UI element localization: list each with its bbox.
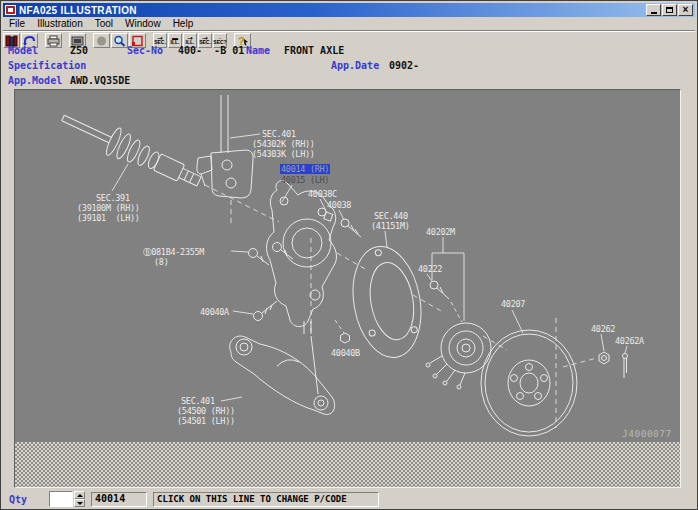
title-bar: NFA025 ILLUSTRATION × [3,3,695,17]
spec-label: Specification [8,60,86,71]
secno-value: 400- -B 01 [178,45,244,56]
splash-shield-drawing[interactable] [345,241,429,363]
nut-40040b-drawing[interactable] [335,320,350,343]
leader-lines [112,134,627,401]
part-label-54302k[interactable]: (54302K (RH)) [252,139,315,149]
menu-bar: File Illustration Tool Window Help [3,17,695,31]
bolt-40222-drawing[interactable] [430,281,462,322]
part-label-sec391[interactable]: SEC.391 [96,193,130,203]
part-label-40202m[interactable]: 40202M [426,227,455,237]
part-label-40040a[interactable]: 40040A [200,307,229,317]
part-label-081b4-2355m[interactable]: Ⓑ081B4-2355M [143,247,204,257]
part-label-40014-selected[interactable]: 40014 (RH) [280,164,330,174]
appdate-label: App.Date [331,60,379,71]
qty-step-up-button[interactable] [74,491,85,499]
illustration-code-watermark: J4000077 [622,428,672,439]
qty-stepper [74,491,85,507]
footer-bar: Qty 40014 CLICK ON THIS LINE TO CHANGE P… [3,489,695,509]
app-icon [5,5,16,15]
model-value: Z50 [70,45,88,56]
close-button[interactable]: × [678,4,693,16]
window-title: NFA025 ILLUSTRATION [19,5,645,16]
part-code-field[interactable]: 40014 [91,492,147,507]
steering-knuckle-drawing[interactable] [267,181,337,334]
part-label-sec401-arm[interactable]: SEC.401 [181,396,215,406]
menu-tool[interactable]: Tool [89,17,119,30]
drive-shaft-drawing[interactable] [57,104,206,195]
part-label-39100m[interactable]: (39100M (RH)) [77,203,140,213]
appmodel-label: App.Model [8,75,62,86]
part-label-40262a[interactable]: 40262A [615,336,644,346]
off-page-hatch-area [15,442,680,488]
secno-label: Sec-No [127,45,163,56]
part-label-sec401-strut[interactable]: SEC.401 [262,129,296,139]
part-label-39101[interactable]: (39101 (LH)) [77,213,140,223]
header-fields: Model Z50 Sec-No 400- -B 01 Name FRONT A… [3,43,695,89]
strut-bracket-drawing[interactable] [197,95,253,198]
part-label-40038c[interactable]: 40038C [308,189,337,199]
part-label-40015[interactable]: 40015 (LH) [281,175,329,185]
part-label-40040b[interactable]: 40040B [331,348,360,358]
part-label-sec440[interactable]: SEC.440 [374,211,408,221]
bolt-40040a-drawing[interactable] [254,301,278,321]
illustration-page[interactable]: SEC.401 (54302K (RH)) (54303K (LH)) SEC.… [15,90,680,442]
qty-input[interactable] [49,491,73,507]
qty-label: Qty [9,494,27,505]
name-label: Name [246,45,270,56]
part-label-41151m[interactable]: (41151M) [371,221,410,231]
application-window: { "window": { "title": "NFA025 ILLUSTRAT… [0,0,698,510]
illustration-line-art[interactable] [15,90,680,442]
axle-nut-drawing[interactable] [599,352,609,364]
part-label-40207[interactable]: 40207 [501,299,525,309]
control-arm-drawing[interactable] [230,336,335,415]
part-label-40038[interactable]: 40038 [327,200,351,210]
appmodel-value: AWD.VQ35DE [70,75,130,86]
down-arrow-icon [77,502,83,505]
part-label-54303k[interactable]: (54303K (LH)) [252,149,315,159]
menu-illustration[interactable]: Illustration [31,17,89,30]
part-label-40222[interactable]: 40222 [418,264,442,274]
part-label-qty8[interactable]: (8) [154,257,168,267]
appdate-value: 0902- [389,60,419,71]
cotter-pin-drawing[interactable] [623,354,628,379]
menu-file[interactable]: File [3,17,31,30]
brake-rotor-drawing[interactable] [481,330,577,436]
part-label-54500[interactable]: (54500 (RH)) [177,406,235,416]
part-label-54501[interactable]: (54501 (LH)) [177,416,235,426]
up-arrow-icon [77,494,83,497]
minimize-button[interactable] [646,4,661,16]
menu-window[interactable]: Window [119,17,167,30]
name-value: FRONT AXLE [284,45,344,56]
illustration-viewport[interactable]: SEC.401 (54302K (RH)) (54303K (LH)) SEC.… [14,89,681,488]
qty-step-down-button[interactable] [74,499,85,507]
model-label: Model [8,45,38,56]
menu-help[interactable]: Help [167,17,200,30]
restore-button[interactable] [662,4,677,16]
pcode-change-line[interactable]: CLICK ON THIS LINE TO CHANGE P/CODE [153,492,379,507]
part-label-40262[interactable]: 40262 [591,324,615,334]
